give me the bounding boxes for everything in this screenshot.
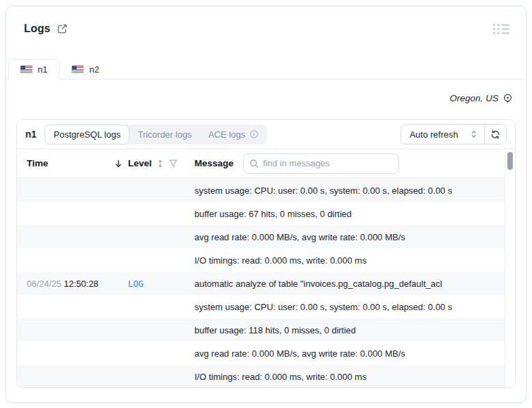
logs-table-panel: n1 PostgreSQL logs Tricorder logs ACE lo… [16,119,516,388]
message-cell: system usage: CPU: user: 0.00 s, system:… [194,186,452,196]
tab-label: n2 [89,64,99,75]
segment-label: Tricorder logs [138,129,192,140]
log-rows: system usage: CPU: user: 0.00 s, system:… [17,179,506,388]
time-cell: 06/24/25 12:50:28 [27,279,128,289]
message-cell: avg read rate: 0.000 MB/s, avg write rat… [194,348,405,359]
refresh-icon [490,129,501,140]
scrollbar-thumb[interactable] [507,152,513,170]
auto-refresh-value: Auto refresh [409,129,458,140]
refresh-controls: Auto refresh [401,124,507,144]
sort-toggle-icon[interactable] [157,159,164,168]
table-row[interactable]: I/O timings: read: 0.000 ms, write: 0.00… [17,365,506,388]
message-cell: buffer usage: 118 hits, 0 misses, 0 dirt… [194,325,356,335]
table-scrollbar [505,149,515,387]
refresh-button[interactable] [484,125,506,144]
level-cell: LOG [128,279,194,289]
tab-n2[interactable]: n2 [60,59,111,79]
segment-label: PostgreSQL logs [53,129,121,140]
log-date: 06/24/25 [27,279,62,289]
message-cell: I/O timings: read: 0.000 ms, write: 0.00… [194,372,366,382]
us-flag-icon [72,66,84,73]
table-row[interactable]: avg read rate: 0.000 MB/s, avg write rat… [17,225,506,248]
logs-toolbar: n1 PostgreSQL logs Tricorder logs ACE lo… [17,120,515,149]
log-time: 12:50:28 [64,279,99,289]
panel-menu-icon[interactable] [492,23,511,36]
column-header-level: Level [128,158,152,168]
table-row[interactable]: buffer usage: 118 hits, 0 misses, 0 dirt… [17,318,506,342]
segment-postgresql-logs[interactable]: PostgreSQL logs [45,125,129,144]
table-row[interactable]: system usage: CPU: user: 0.00 s, system:… [17,295,506,318]
location-pin-icon [503,93,513,103]
tab-label: n1 [38,64,47,75]
search-icon [249,159,259,168]
region-label: Oregon, US [450,93,498,103]
message-cell: buffer usage: 67 hits, 0 misses, 0 dirti… [194,209,352,219]
us-flag-icon [21,66,32,73]
logs-panel-card: Logs n1 n2 Oregon, US [5,5,527,403]
table-row[interactable]: 06/24/25 12:50:28 LOG automatic analyze … [17,272,506,295]
external-link-icon[interactable] [57,23,68,34]
column-header-message: Message [194,158,233,168]
column-header-time: Time [27,158,48,168]
message-cell: system usage: CPU: user: 0.00 s, system:… [194,302,452,312]
sort-desc-icon[interactable] [114,159,123,168]
card-header: Logs [6,6,526,36]
log-source-segments: PostgreSQL logs Tricorder logs ACE logs [45,125,267,144]
message-cell: avg read rate: 0.000 MB/s, avg write rat… [194,232,405,242]
table-row[interactable]: buffer usage: 67 hits, 0 misses, 0 dirti… [17,202,506,225]
node-tabbar: n1 n2 [6,58,526,79]
segment-label: ACE logs [208,129,245,140]
table-header: Time Level [17,149,515,178]
table-row[interactable]: I/O timings: read: 0.000 ms, write: 0.00… [17,248,506,272]
page-title: Logs [24,23,51,35]
region-row: Oregon, US [6,79,526,119]
table-row[interactable]: system usage: CPU: user: 0.00 s, system:… [17,179,506,202]
tab-n1[interactable]: n1 [8,59,60,79]
message-cell: automatic analyze of table "invoices.pg_… [194,279,442,289]
auto-refresh-select[interactable]: Auto refresh [401,125,484,144]
message-cell: I/O timings: read: 0.000 ms, write: 0.00… [194,255,366,266]
message-search-box [243,153,399,174]
segment-ace-logs[interactable]: ACE logs [200,125,267,144]
filter-funnel-icon[interactable] [168,159,178,168]
info-icon [249,129,259,139]
table-row[interactable]: avg read rate: 0.000 MB/s, avg write rat… [17,342,506,365]
chevron-up-down-icon [470,129,477,139]
segment-tricorder-logs[interactable]: Tricorder logs [129,125,200,144]
instance-label: n1 [25,129,36,140]
search-input[interactable] [263,158,393,168]
